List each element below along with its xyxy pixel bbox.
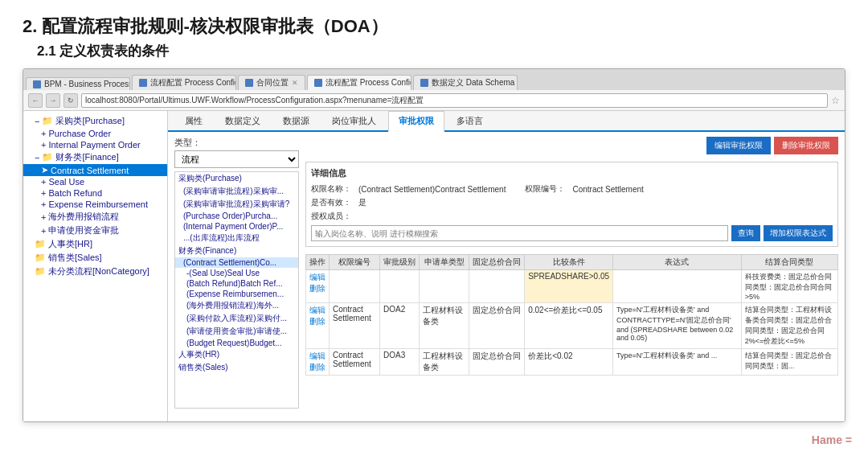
sidebar-item-capital-label: 申请使用资金审批 <box>48 224 119 236</box>
tree-box-item-sales[interactable]: 销售类(Sales) <box>175 361 298 374</box>
detail-row-members: 授权成员： <box>311 211 833 222</box>
permission-tree-box: 采购类(Purchase) (采购审请审批流程)采购审... (采购审请审批流程… <box>174 171 299 409</box>
tab-contract[interactable]: 合同位置 ✕ <box>238 75 305 90</box>
sidebar-item-noncategory[interactable]: 📁 未分类流程[NonCategory] <box>23 265 167 278</box>
sidebar-item-expense[interactable]: + Expense Reimbursement <box>23 199 167 210</box>
row1-type: 工程材料设备类 <box>420 303 469 349</box>
row2-edit[interactable]: 编辑 <box>309 351 326 362</box>
delete-approval-btn[interactable]: 删除审批权限 <box>774 137 838 154</box>
tree-box-item-overseas2[interactable]: (海外费用报销流程)海外... <box>175 299 298 312</box>
row1-delete[interactable]: 删除 <box>309 316 326 327</box>
add-expression-button[interactable]: 增加权限表达式 <box>764 225 833 241</box>
sidebar-item-ipo[interactable]: + Internal Payment Order <box>23 139 167 150</box>
col-header-expression: 表达式 <box>613 255 742 270</box>
row0-edit[interactable]: 编辑 <box>309 272 326 283</box>
tree-box-item-seal[interactable]: -(Seal Use)Seal Use <box>175 268 298 278</box>
row2-delete[interactable]: 删除 <box>309 362 326 373</box>
tab-icon-contract <box>245 79 253 87</box>
detail-section: 详细信息 权限名称： (Contract Settlement)Contract… <box>305 162 838 247</box>
tab-data-definition[interactable]: 数据定义 <box>215 111 271 130</box>
sidebar-item-capital[interactable]: + 申请使用资金审批 <box>23 224 167 237</box>
tab-close-contract[interactable]: ✕ <box>292 79 298 87</box>
sidebar-item-purchase[interactable]: − 📁 采购类[Purchase] <box>23 114 167 128</box>
folder-icon-finance: 📁 <box>42 152 53 162</box>
detail-label-name: 权限名称： <box>311 183 355 195</box>
tree-box-item-expense-reimb[interactable]: (Expense Reimbursemen... <box>175 289 298 299</box>
tree-box-item-budget-req[interactable]: (审请使用资金审批)审请使... <box>175 325 298 338</box>
tree-box-item-cs-selected[interactable]: (Contract Settlement)Co... <box>175 257 298 268</box>
tab-approval-permissions[interactable]: 审批权限 <box>388 111 444 132</box>
tree-box-item-po[interactable]: (Purchase Order)Purcha... <box>175 211 298 221</box>
tab-multilang[interactable]: 多语言 <box>446 111 493 130</box>
tab-process-config2[interactable]: 流程配置 Process Configu... ✕ <box>307 75 411 90</box>
back-button[interactable]: ← <box>28 93 43 108</box>
row2-id: Contract Settlement <box>330 349 380 376</box>
edit-approval-btn[interactable]: 编辑审批权限 <box>706 137 771 154</box>
query-button[interactable]: 查询 <box>731 225 760 241</box>
sidebar-item-sales-label: 销售类[Sales] <box>48 252 102 264</box>
tree-box-item-purchase-flow2[interactable]: (采购审请审批流程)采购审请? <box>175 198 298 211</box>
col-header-level: 审批级别 <box>380 255 420 270</box>
sidebar-item-po-label: Purchase Order <box>48 129 111 138</box>
row0-type <box>420 270 469 303</box>
address-bar[interactable]: localhost:8080/Portal/Ultimus.UWF.Workfl… <box>81 93 828 108</box>
detail-label-valid: 是否有效： <box>311 197 355 208</box>
forward-button[interactable]: → <box>46 93 60 108</box>
tab-properties[interactable]: 属性 <box>174 111 213 130</box>
sidebar-item-batch[interactable]: + Batch Refund <box>23 187 167 199</box>
sidebar-item-noncategory-label: 未分类流程[NonCategory] <box>48 265 149 277</box>
detail-row-name: 权限名称： (Contract Settlement)Contract Sett… <box>311 183 833 195</box>
tree-box-item-batchref[interactable]: (Batch Refund)Batch Ref... <box>175 278 298 289</box>
sidebar-item-po[interactable]: + Purchase Order <box>23 128 167 139</box>
tab-icon-bpm <box>33 80 41 88</box>
row1-edit[interactable]: 编辑 <box>309 305 326 316</box>
tree-box-item-outbound[interactable]: ...(出库流程)出库流程 <box>175 232 298 244</box>
tab-data-schema[interactable]: 数据定义 Data Schema Fi... ✕ <box>413 75 518 90</box>
row0-delete[interactable]: 删除 <box>309 283 326 294</box>
tab-icon-ds <box>420 79 428 87</box>
tree-box-item-payment[interactable]: (采购付款入库流程)采购付... <box>175 312 298 325</box>
left-sidebar: − 📁 采购类[Purchase] + Purchase Order + Int… <box>23 111 168 422</box>
row2-settle: 结算合同类型：固定总价合同同类型：固... <box>741 349 837 376</box>
sidebar-item-hr[interactable]: 📁 人事类[HR] <box>23 237 167 251</box>
tab-process-config1[interactable]: 流程配置 Process Configu... ✕ <box>132 75 236 90</box>
tree-box-item-ipo[interactable]: (Internal Payment Order)P... <box>175 221 298 232</box>
slide-title: 2. 配置流程审批规则-核决权限审批表（DOA） <box>23 14 845 39</box>
tab-position-approver[interactable]: 岗位审批人 <box>321 111 387 130</box>
sidebar-item-expense-label: Expense Reimbursement <box>48 199 148 209</box>
two-col-layout: 类型： 流程 单据 采购类(Purchase) (采购审请审批流程)采购审...… <box>174 137 838 418</box>
row1-expression: Type=N'工程材料设备类' and CONTRACTTYPE=N'固定总价合… <box>613 303 742 349</box>
tab-data-source[interactable]: 数据源 <box>272 111 320 130</box>
type-select[interactable]: 流程 单据 <box>174 150 299 168</box>
sidebar-item-seal[interactable]: + Seal Use <box>23 176 167 187</box>
item-icon-cs: ➤ <box>41 165 48 175</box>
sidebar-item-finance[interactable]: − 📁 财务类[Finance] <box>23 150 167 164</box>
sidebar-item-hr-label: 人事类[HR] <box>48 238 92 250</box>
sidebar-item-overseas[interactable]: + 海外费用报销流程 <box>23 210 167 224</box>
sidebar-item-cs[interactable]: ➤ Contract Settlement <box>23 164 167 176</box>
member-search-input[interactable] <box>311 225 728 241</box>
detail-label-code: 权限编号： <box>525 183 569 195</box>
watermark: Hame = <box>812 433 852 446</box>
bookmark-icon[interactable]: ☆ <box>831 95 840 106</box>
tree-box-item-budget[interactable]: (Budget Request)Budget... <box>175 338 298 348</box>
tab-bpm[interactable]: BPM - Business Process M... ✕ <box>26 77 130 90</box>
table-row-1: 编辑 删除 Contract Settlement DOA2 工程材料设备类 固… <box>306 303 838 349</box>
sidebar-item-finance-label: 财务类[Finance] <box>55 151 118 163</box>
folder-icon: 📁 <box>42 116 53 126</box>
type-label: 类型： <box>174 137 299 149</box>
sidebar-item-sales[interactable]: 📁 销售类[Sales] <box>23 251 167 265</box>
sidebar-item-ipo-label: Internal Payment Order <box>48 140 140 150</box>
left-panel: 类型： 流程 单据 采购类(Purchase) (采购审请审批流程)采购审...… <box>174 137 299 418</box>
item-icon-expense: + <box>41 199 46 209</box>
row2-level: DOA3 <box>380 349 420 376</box>
tree-box-item-purchase-flow1[interactable]: (采购审请审批流程)采购审... <box>175 185 298 198</box>
tree-box-item-hr[interactable]: 人事类(HR) <box>175 348 298 361</box>
refresh-button[interactable]: ↻ <box>63 93 78 108</box>
row1-condition: 0.02<=价差比<=0.05 <box>525 303 613 349</box>
tree-box-item-finance[interactable]: 财务类(Finance) <box>175 244 298 257</box>
top-buttons: 编辑审批权限 删除审批权限 <box>305 137 838 154</box>
row1-fixed: 固定总价合同 <box>469 303 525 349</box>
tree-box-item-purchase[interactable]: 采购类(Purchase) <box>175 172 298 185</box>
folder-icon-nc: 📁 <box>35 266 46 277</box>
